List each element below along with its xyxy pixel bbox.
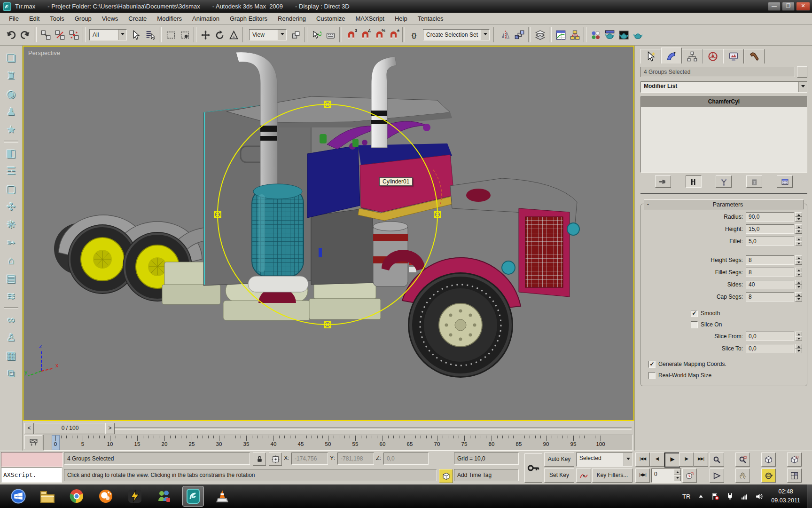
selection-filter-dropdown[interactable]: All <box>89 29 127 40</box>
tab-create[interactable] <box>640 49 661 64</box>
spinner-control[interactable] <box>795 255 802 265</box>
menu-item-edit[interactable]: Edit <box>24 14 45 23</box>
window-crossing-icon[interactable] <box>178 28 191 41</box>
menu-item-group[interactable]: Group <box>70 14 97 23</box>
spinner-control[interactable] <box>795 344 802 353</box>
select-and-move-icon[interactable] <box>199 28 212 41</box>
select-and-link-icon[interactable] <box>39 28 52 41</box>
chevron-down-icon[interactable] <box>798 82 807 92</box>
selection-lock-icon[interactable] <box>253 452 266 466</box>
spinner-snap-icon[interactable]: ± <box>387 28 400 41</box>
param-sides-field[interactable]: 40 <box>746 280 794 289</box>
render-setup-icon[interactable] <box>603 28 616 41</box>
param-heightsegs-field[interactable]: 8 <box>746 255 794 265</box>
rope-constraint-icon[interactable]: ∞ <box>3 311 20 329</box>
set-keys-key-icon[interactable] <box>524 453 542 483</box>
soft-body-collection-icon[interactable]: ◉ <box>3 85 20 103</box>
cloth-collection-icon[interactable]: ♜ <box>3 67 20 85</box>
track-bar-ruler[interactable]: 0510152025303540455055606570758085909510… <box>43 435 632 451</box>
coord-field-z[interactable]: 0,0 <box>383 452 429 465</box>
menu-item-animation[interactable]: Animation <box>187 14 225 23</box>
configure-modifier-sets-icon[interactable] <box>777 175 793 188</box>
default-in-out-tangent-icon[interactable] <box>576 468 591 483</box>
attach-constraint-icon[interactable]: ⧉ <box>3 365 20 382</box>
previous-frame-button[interactable]: ◀| <box>650 452 664 467</box>
modifier-stack-body[interactable] <box>641 107 807 172</box>
taskbar-app-chrome[interactable] <box>66 486 87 507</box>
rectangular-selection-region-icon[interactable] <box>164 28 177 41</box>
menu-item-tools[interactable]: Tools <box>45 14 69 23</box>
viewport-label[interactable]: Perspective <box>28 49 60 56</box>
collapse-icon[interactable]: - <box>644 201 652 208</box>
isolate-cube-icon[interactable] <box>439 469 453 483</box>
maxscript-listener-line[interactable]: AXScript. <box>1 468 62 483</box>
current-frame-field[interactable]: 0 <box>651 468 681 483</box>
deforming-mesh-collection-icon[interactable]: ★ <box>3 121 20 139</box>
slice-slicefrom-field[interactable]: 0,0 <box>746 332 794 341</box>
dashpot-icon[interactable]: ▢ <box>3 180 20 198</box>
add-time-tag[interactable]: Add Time Tag <box>454 469 519 481</box>
time-slider-track[interactable] <box>115 427 632 430</box>
checkbox-real-world-map-size[interactable]: Real-World Map Size <box>648 370 804 381</box>
menu-item-maxscript[interactable]: MAXScript <box>351 14 390 23</box>
checkbox-icon[interactable]: ✓ <box>648 361 656 368</box>
spinner-control[interactable] <box>795 237 802 246</box>
named-selection-sets-dropdown[interactable]: Create Selection Set <box>423 29 490 40</box>
tab-motion[interactable] <box>703 49 723 64</box>
menu-item-create[interactable]: Create <box>123 14 152 23</box>
power-plug-icon[interactable] <box>726 492 734 500</box>
speaker-icon[interactable] <box>755 492 763 500</box>
go-to-previous-key-button[interactable]: |◀▶| <box>635 468 650 483</box>
checkbox-icon[interactable]: ✓ <box>691 310 698 317</box>
frame-forward-button[interactable]: > <box>105 423 115 434</box>
menu-item-graph-editors[interactable]: Graph Editors <box>225 14 273 23</box>
taskbar-app-vlc[interactable] <box>211 486 233 507</box>
chevron-down-icon[interactable] <box>278 30 286 40</box>
spinner-control[interactable] <box>795 268 802 277</box>
chevron-down-icon[interactable] <box>118 30 126 40</box>
param-height-field[interactable]: 15,0 <box>746 224 794 234</box>
fracture-icon[interactable]: ◧ <box>3 144 20 162</box>
modifier-stack-item[interactable]: ChamferCyl <box>641 97 807 107</box>
key-mode-dropdown[interactable]: Selected <box>576 452 632 467</box>
perspective-viewport[interactable]: z y x Perspective Cylinder01 <box>23 46 634 421</box>
unlink-selection-icon[interactable] <box>53 28 66 41</box>
maximize-viewport-toggle-icon[interactable] <box>787 468 802 483</box>
param-radius-field[interactable]: 90,0 <box>746 212 794 222</box>
keyboard-language[interactable]: TR <box>682 493 690 500</box>
frame-back-button[interactable]: < <box>24 423 34 434</box>
keyboard-shortcut-override-icon[interactable] <box>324 28 337 41</box>
chevron-down-icon[interactable] <box>481 30 489 40</box>
truck-model[interactable]: z y x <box>23 47 633 420</box>
set-key-button[interactable]: Set Key <box>544 468 574 483</box>
spinner-control[interactable] <box>795 332 802 341</box>
taskbar-app-winamp[interactable] <box>124 486 146 507</box>
select-and-scale-icon[interactable] <box>227 28 240 41</box>
menu-item-rendering[interactable]: Rendering <box>273 14 311 23</box>
time-slider-handle[interactable]: 0 / 100 <box>35 423 105 434</box>
reference-coordinate-system-dropdown[interactable]: View <box>249 29 287 40</box>
arc-rotate-icon[interactable] <box>761 468 776 483</box>
time-configuration-icon[interactable] <box>682 468 697 483</box>
material-editor-icon[interactable] <box>589 28 602 41</box>
percent-snap-icon[interactable]: % <box>373 28 386 41</box>
param-fillet-field[interactable]: 5,0 <box>746 237 794 246</box>
checkbox-icon[interactable] <box>691 321 698 328</box>
make-unique-icon[interactable] <box>716 175 732 188</box>
action-center-flag-icon[interactable] <box>711 492 719 500</box>
go-to-end-button[interactable]: ▶▶| <box>694 452 708 467</box>
propeller-icon[interactable]: ✣ <box>3 198 20 216</box>
modifier-list-dropdown[interactable]: Modifier List <box>640 81 807 93</box>
layer-manager-icon[interactable] <box>533 28 547 41</box>
use-pivot-point-center-icon[interactable] <box>289 28 302 41</box>
minimize-button[interactable]: — <box>768 2 781 11</box>
checkbox-smooth[interactable]: ✓Smooth <box>691 308 804 319</box>
taskbar-app-gom-player[interactable] <box>95 486 117 507</box>
open-mini-curve-editor-button[interactable] <box>24 435 42 449</box>
close-button[interactable]: ✕ <box>796 2 810 11</box>
next-frame-button[interactable]: |▶ <box>679 452 694 467</box>
zoom-icon[interactable] <box>710 452 724 467</box>
taskbar-app-start[interactable] <box>8 486 29 507</box>
menu-item-help[interactable]: Help <box>390 14 413 23</box>
mirror-icon[interactable] <box>499 28 512 41</box>
